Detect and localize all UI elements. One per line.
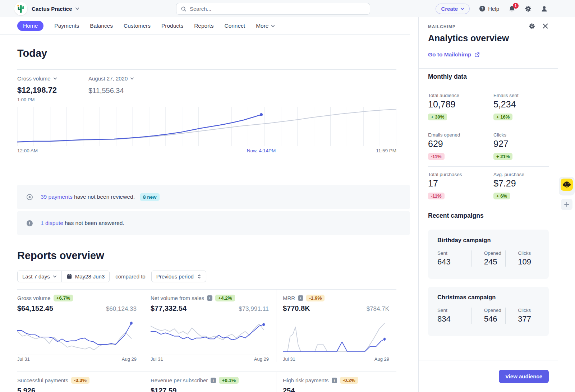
- gross-volume-sparkline: [17, 318, 137, 355]
- high-risk-payments-card[interactable]: High risk payments i -0.2% 254: [276, 372, 396, 392]
- dispute-text: 1 dispute has not been answered.: [41, 220, 124, 226]
- spark-axis-end: Aug 29: [374, 356, 389, 362]
- metric-badge: + 21%: [493, 153, 512, 160]
- info-icon: i: [211, 378, 216, 383]
- profile-button[interactable]: [541, 5, 548, 12]
- campaign-stat-sent: Sent 643: [437, 250, 472, 267]
- info-icon: i: [298, 295, 303, 301]
- divider: [428, 127, 549, 127]
- gross-volume-metric-select[interactable]: Gross volume: [17, 75, 57, 82]
- panel-settings-button[interactable]: [529, 23, 535, 29]
- metric-value: 927: [493, 139, 549, 149]
- stat-value: 245: [484, 257, 506, 267]
- card-label: Successful payments: [17, 377, 68, 383]
- help-button[interactable]: ? Help: [479, 5, 499, 12]
- sparkline-container: [151, 318, 269, 355]
- tab-more[interactable]: More: [256, 23, 275, 29]
- account-logo: [14, 2, 27, 15]
- metric-value: $7.29: [493, 178, 549, 189]
- stat-label: Sent: [437, 250, 472, 256]
- emails-sent-metric: Emails sent 5,234 + 16%: [493, 93, 549, 120]
- alert-exclamation-icon: [26, 220, 33, 227]
- tab-customers[interactable]: Customers: [124, 23, 151, 29]
- search-input[interactable]: [190, 6, 365, 12]
- tab-products[interactable]: Products: [161, 23, 183, 29]
- compare-date-select[interactable]: August 27, 2020: [88, 75, 134, 82]
- payments-link[interactable]: 39 payments: [41, 194, 73, 200]
- report-metric-cards: Gross volume +6.7% $64,152.45 $60,124.33…: [17, 289, 396, 362]
- go-to-mailchimp-label: Go to Mailchimp: [428, 51, 472, 58]
- range-preset-button[interactable]: Last 7 days: [18, 271, 61, 282]
- monthly-data-heading: Monthly data: [428, 73, 549, 80]
- svg-text:i: i: [213, 378, 214, 382]
- account-name: Cactus Practice: [32, 6, 72, 12]
- card-value: $77,332.54: [151, 304, 187, 313]
- tab-payments[interactable]: Payments: [54, 23, 79, 29]
- chevron-down-icon: [271, 24, 275, 28]
- metric-badge: -11%: [428, 193, 445, 199]
- panel-close-button[interactable]: [542, 23, 548, 29]
- go-to-mailchimp-link[interactable]: Go to Mailchimp: [428, 51, 549, 58]
- chart-axis-start: 12:00 AM: [17, 148, 38, 153]
- settings-button[interactable]: [525, 5, 532, 12]
- gross-volume-label: Gross volume: [17, 75, 51, 82]
- notifications-button[interactable]: 1: [509, 5, 515, 12]
- payments-review-text: 39 payments have not been reviewed.8 new: [41, 193, 160, 201]
- net-volume-card[interactable]: Net volume from sales i +4.2% $77,332.54…: [144, 290, 276, 362]
- sparkline-container: [283, 318, 389, 355]
- compared-to-text: compared to: [115, 273, 145, 280]
- metric-badge: + 16%: [493, 114, 512, 120]
- custom-date-button[interactable]: May28-Jun3: [61, 271, 110, 282]
- chevron-down-icon: [130, 77, 134, 80]
- dispute-link[interactable]: 1 dispute: [41, 220, 63, 226]
- info-icon: i: [207, 295, 212, 301]
- report-metric-cards-row2: Successful payments -3.3% 5,926 Revenue …: [17, 372, 396, 392]
- today-gross-volume-chart: [17, 107, 396, 146]
- metric-label: Avg. purchase: [493, 172, 549, 177]
- svg-text:i: i: [209, 296, 210, 300]
- compare-period-select[interactable]: Previous period: [151, 271, 206, 282]
- global-search[interactable]: [176, 3, 370, 15]
- recent-campaigns-heading: Recent campaigns: [428, 212, 549, 220]
- revenue-per-subscriber-card[interactable]: Revenue per subscriber i +0.1% $127.59: [144, 372, 276, 392]
- spark-axis-start: Jul 31: [151, 356, 163, 362]
- successful-payments-card[interactable]: Successful payments -3.3% 5,926: [17, 372, 144, 392]
- chevron-down-icon: [75, 6, 79, 11]
- mailchimp-app-icon[interactable]: [561, 179, 573, 191]
- card-value: 254: [283, 387, 295, 392]
- tab-reports[interactable]: Reports: [194, 23, 213, 29]
- campaign-stat-opened: Opened 245: [472, 250, 506, 267]
- compare-date-label: August 27, 2020: [88, 75, 128, 82]
- tab-connect[interactable]: Connect: [224, 23, 245, 29]
- add-app-button[interactable]: [561, 199, 572, 210]
- up-down-chevrons-icon: [197, 274, 201, 279]
- birthday-campaign-card[interactable]: Birthday campaign Sent 643 Opened 245 Cl…: [428, 230, 549, 279]
- create-button[interactable]: Create: [436, 4, 470, 14]
- dispute-alert: 1 dispute has not been answered.: [17, 211, 410, 235]
- report-filters: Last 7 days May28-Jun3 compared to Previ…: [17, 271, 206, 282]
- avg-purchase-metric: Avg. purchase $7.29 + 6%: [493, 172, 549, 199]
- app-rail: [558, 17, 575, 392]
- campaign-stat-opened: Opened 546: [472, 308, 506, 324]
- question-circle-icon: ?: [479, 5, 486, 12]
- stat-label: Sent: [437, 308, 472, 313]
- stat-value: 834: [437, 314, 472, 324]
- christmas-campaign-card[interactable]: Christmas campaign Sent 834 Opened 546 C…: [428, 287, 549, 336]
- view-audience-button[interactable]: View audience: [499, 370, 549, 383]
- range-preset-label: Last 7 days: [22, 273, 50, 280]
- metric-badge: + 30%: [428, 114, 447, 120]
- metric-badge: -11%: [428, 153, 445, 160]
- metric-value: 5,234: [493, 99, 549, 110]
- mrr-card[interactable]: MRR i -1.9% $770.8K $784.7K Jul 31 Aug 2…: [276, 290, 396, 362]
- notification-count-badge: 1: [513, 3, 519, 9]
- tab-home[interactable]: Home: [17, 21, 43, 31]
- account-switcher[interactable]: Cactus Practice: [32, 0, 79, 17]
- card-value: $127.59: [151, 387, 176, 392]
- change-badge: -1.9%: [306, 295, 325, 301]
- metric-value: 17: [428, 178, 493, 189]
- tab-more-label: More: [256, 23, 268, 29]
- metric-label: Total purchases: [428, 172, 493, 177]
- tab-balances[interactable]: Balances: [90, 23, 113, 29]
- gross-volume-card[interactable]: Gross volume +6.7% $64,152.45 $60,124.33…: [17, 290, 144, 362]
- divider: [17, 69, 396, 70]
